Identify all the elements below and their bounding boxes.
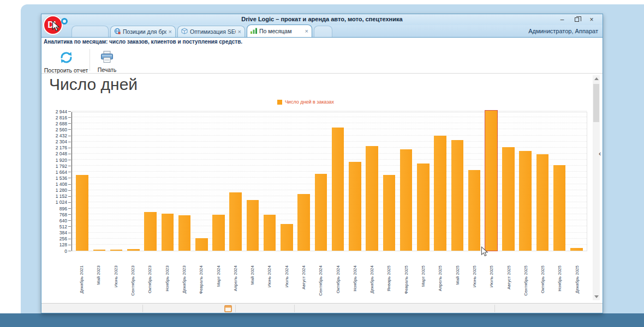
bar[interactable] bbox=[383, 175, 395, 251]
cube-icon bbox=[181, 27, 188, 37]
x-axis-cell: Сентябрь 2025 bbox=[517, 265, 534, 300]
y-axis-label: 1 152 bbox=[56, 193, 67, 199]
tab-positions[interactable]: Позиции для брониро × bbox=[110, 26, 176, 37]
y-axis-label: 1 664 bbox=[56, 169, 67, 175]
scrollbar-thumb[interactable] bbox=[593, 84, 599, 122]
x-axis-cell: Август 2024 bbox=[295, 265, 312, 300]
new-tab-button[interactable] bbox=[314, 26, 332, 37]
bar[interactable] bbox=[162, 214, 174, 251]
x-axis-label: Ноябрь 2024 bbox=[353, 265, 357, 292]
bar[interactable] bbox=[297, 194, 309, 251]
titlebar: Drive Logic – прокат и аренда авто, мото… bbox=[41, 14, 603, 25]
mouse-cursor bbox=[481, 246, 489, 259]
bar-cell bbox=[517, 112, 534, 251]
x-axis-cell: Октябрь 2025 bbox=[534, 265, 551, 300]
scroll-up-button[interactable] bbox=[593, 75, 600, 82]
x-axis-cell: Март 2024 bbox=[210, 265, 226, 300]
bar-cell bbox=[449, 112, 466, 251]
screenshot-stage: Drive Logic – прокат и аренда авто, мото… bbox=[0, 0, 644, 327]
y-axis-tick bbox=[68, 178, 71, 178]
calendar-icon[interactable] bbox=[224, 305, 232, 314]
bar[interactable] bbox=[332, 128, 344, 251]
build-report-button[interactable]: Построить отчет bbox=[44, 49, 88, 72]
report-area: Число дней Число дней в заказах 01282563… bbox=[41, 74, 603, 303]
bar-cell bbox=[312, 112, 329, 251]
y-axis-label: 1 280 bbox=[56, 187, 67, 193]
bar-cell bbox=[568, 112, 585, 251]
bar[interactable] bbox=[144, 212, 156, 251]
x-axis-label: Январь 2025 bbox=[386, 265, 391, 291]
refresh-icon bbox=[59, 50, 74, 67]
vertical-scrollbar[interactable] bbox=[593, 75, 600, 300]
chart-title: Число дней bbox=[49, 75, 138, 94]
y-axis-tick bbox=[68, 166, 71, 166]
bar[interactable] bbox=[485, 111, 497, 251]
bar[interactable] bbox=[76, 175, 88, 251]
x-axis-cell: Декабрь 2024 bbox=[363, 265, 380, 300]
x-axis-label: Май 2025 bbox=[455, 265, 460, 285]
bar[interactable] bbox=[400, 149, 412, 251]
maximize-button[interactable] bbox=[573, 15, 581, 24]
tab-seo[interactable]: Оптимизация SEO – П × bbox=[177, 26, 245, 37]
y-axis-tick bbox=[68, 136, 71, 136]
bar[interactable] bbox=[195, 238, 207, 251]
bar[interactable] bbox=[536, 154, 548, 251]
bar[interactable] bbox=[468, 170, 480, 251]
tab-close-icon[interactable]: × bbox=[305, 28, 308, 34]
x-axis-cell: Октябрь 2024 bbox=[329, 265, 346, 300]
bar[interactable] bbox=[127, 249, 139, 251]
x-axis-label: Октябрь 2024 bbox=[336, 265, 341, 293]
bar-cell bbox=[108, 112, 124, 251]
print-button[interactable]: Печать bbox=[93, 49, 121, 72]
bar[interactable] bbox=[366, 146, 378, 251]
bar[interactable] bbox=[502, 147, 514, 251]
bar[interactable] bbox=[93, 250, 105, 251]
y-axis-label: 1 536 bbox=[56, 175, 67, 181]
build-report-label: Построить отчет bbox=[44, 67, 88, 74]
chevron-up-icon bbox=[594, 77, 599, 80]
bar[interactable] bbox=[553, 165, 565, 251]
scroll-down-button[interactable] bbox=[593, 293, 600, 300]
bar[interactable] bbox=[519, 151, 531, 251]
bar-cell bbox=[466, 112, 482, 251]
bar[interactable] bbox=[229, 192, 241, 251]
bar[interactable] bbox=[212, 215, 224, 251]
toolbar: Построить отчет Печать bbox=[41, 47, 603, 74]
bar-cell bbox=[142, 112, 159, 251]
bar[interactable] bbox=[417, 164, 429, 251]
plot-area bbox=[71, 112, 587, 251]
tab-close-icon[interactable]: × bbox=[169, 29, 172, 34]
x-axis-cell: Декабрь 2023 bbox=[176, 265, 193, 300]
window-controls: – × bbox=[558, 14, 596, 25]
close-button[interactable]: × bbox=[587, 15, 596, 24]
drive-logic-logo[interactable]: DL bbox=[43, 15, 70, 37]
x-axis-cell: Февраль 2025 bbox=[398, 265, 415, 300]
x-axis-label: Апрель 2025 bbox=[438, 265, 443, 291]
bar[interactable] bbox=[434, 136, 446, 251]
bar[interactable] bbox=[281, 224, 293, 251]
splitter-collapse-arrow[interactable]: ‹ bbox=[599, 149, 601, 158]
globe-icon bbox=[114, 27, 121, 37]
bar[interactable] bbox=[315, 174, 327, 251]
tab-close-icon[interactable]: × bbox=[238, 29, 241, 34]
minimize-button[interactable]: – bbox=[558, 15, 567, 24]
bar[interactable] bbox=[451, 140, 463, 251]
x-axis-label: Декабрь 2021 bbox=[79, 265, 84, 293]
legend-label: Число дней в заказах bbox=[285, 99, 334, 105]
bar[interactable] bbox=[349, 162, 361, 251]
bar-cell bbox=[500, 112, 517, 251]
tab-empty[interactable] bbox=[71, 26, 109, 37]
printer-icon bbox=[99, 50, 115, 66]
bar[interactable] bbox=[247, 200, 259, 251]
bar[interactable] bbox=[264, 215, 276, 251]
x-axis-cell: Июнь 2025 bbox=[466, 265, 483, 300]
bar-cell bbox=[432, 112, 449, 251]
bar[interactable] bbox=[570, 248, 582, 251]
y-axis-label: 768 bbox=[59, 212, 67, 217]
tab-by-months[interactable]: По месяцам × bbox=[247, 25, 312, 37]
bar[interactable] bbox=[110, 250, 122, 251]
bar[interactable] bbox=[178, 215, 190, 251]
y-axis-tick bbox=[68, 233, 71, 233]
status-bar bbox=[41, 303, 603, 313]
close-icon: × bbox=[589, 16, 593, 23]
